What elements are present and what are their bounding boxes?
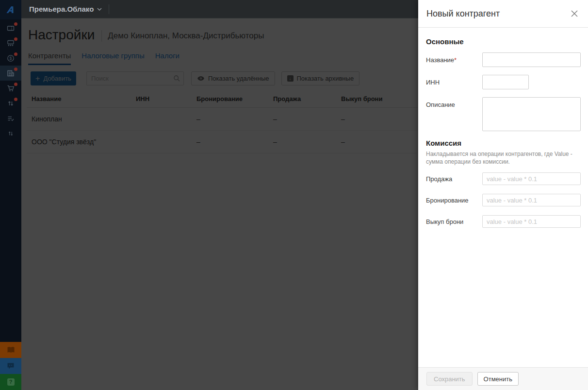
tasks-icon bbox=[6, 114, 15, 123]
close-icon[interactable] bbox=[569, 8, 580, 19]
transfers-icon bbox=[6, 99, 15, 108]
sidebar-item-sync[interactable] bbox=[0, 126, 21, 141]
sidebar-item-finance[interactable]: $ bbox=[0, 51, 21, 66]
book-icon bbox=[7, 346, 15, 354]
booking-commission-field[interactable] bbox=[482, 194, 581, 206]
inn-field[interactable] bbox=[482, 75, 529, 89]
app-logo[interactable]: А bbox=[0, 0, 21, 19]
field-row-inn: ИНН bbox=[426, 75, 581, 89]
field-row-sale-commission: Продажа bbox=[426, 172, 581, 185]
feedback-icon bbox=[7, 362, 15, 370]
notification-badge bbox=[14, 52, 17, 56]
description-field[interactable] bbox=[482, 97, 581, 131]
svg-text:$: $ bbox=[9, 56, 12, 61]
tickets-icon bbox=[6, 24, 15, 33]
sidebar: А $ bbox=[0, 0, 21, 390]
topbar-divider bbox=[109, 4, 109, 14]
required-mark: * bbox=[454, 56, 457, 64]
sale-commission-label: Продажа bbox=[426, 172, 482, 185]
notification-badge bbox=[14, 83, 17, 86]
notification-badge bbox=[14, 37, 17, 41]
buyout-commission-field[interactable] bbox=[482, 215, 581, 228]
kinoplan-logo-icon: А bbox=[6, 4, 15, 16]
name-label: Название* bbox=[426, 52, 482, 67]
description-label: Описание bbox=[426, 97, 482, 131]
drawer-body: Основные Название* ИНН Описание Комиссия… bbox=[418, 28, 588, 367]
field-row-name: Название* bbox=[426, 52, 581, 67]
drawer-title: Новый контрагент bbox=[426, 9, 500, 19]
buyout-commission-label: Выкуп брони bbox=[426, 215, 482, 228]
app-switcher[interactable]: Премьера.Облако bbox=[29, 5, 102, 13]
field-row-description: Описание bbox=[426, 97, 581, 131]
sidebar-nav: $ bbox=[0, 20, 21, 141]
new-counterparty-drawer: Новый контрагент Основные Название* ИНН … bbox=[418, 0, 588, 390]
sidebar-item-tasks[interactable] bbox=[0, 111, 21, 126]
sidebar-item-cinema-hall[interactable] bbox=[0, 35, 21, 51]
cancel-button[interactable]: Отменить bbox=[477, 372, 519, 386]
name-field[interactable] bbox=[482, 52, 581, 67]
field-row-booking-commission: Бронирование bbox=[426, 194, 581, 206]
field-row-buyout-commission: Выкуп брони bbox=[426, 215, 581, 228]
sidebar-item-knowledge-base[interactable] bbox=[0, 342, 21, 358]
organization-icon bbox=[6, 69, 15, 78]
notification-badge bbox=[14, 68, 17, 71]
sync-icon bbox=[7, 130, 15, 137]
help-icon: ? bbox=[7, 378, 15, 386]
cart-icon bbox=[6, 84, 15, 93]
notification-badge bbox=[14, 98, 17, 101]
notification-badge bbox=[14, 22, 17, 26]
cinema-hall-icon bbox=[6, 39, 15, 48]
sidebar-spacer bbox=[0, 141, 21, 342]
sidebar-item-tickets[interactable] bbox=[0, 20, 21, 35]
sidebar-item-help[interactable]: ? bbox=[0, 374, 21, 390]
commission-hint: Накладывается на операции контрагентов, … bbox=[426, 150, 581, 166]
inn-label: ИНН bbox=[426, 75, 482, 89]
sidebar-item-feedback[interactable] bbox=[0, 358, 21, 374]
section-heading-main: Основные bbox=[426, 37, 581, 46]
finance-icon: $ bbox=[6, 54, 15, 63]
save-button[interactable]: Сохранить bbox=[426, 372, 473, 386]
drawer-header: Новый контрагент bbox=[418, 0, 588, 28]
sale-commission-field[interactable] bbox=[482, 172, 581, 185]
drawer-footer: Сохранить Отменить bbox=[418, 367, 588, 390]
sidebar-item-transfers[interactable] bbox=[0, 96, 21, 111]
app-title: Премьера.Облако bbox=[29, 5, 94, 13]
booking-commission-label: Бронирование bbox=[426, 194, 482, 206]
sidebar-item-cart[interactable] bbox=[0, 81, 21, 96]
sidebar-item-organization[interactable] bbox=[0, 66, 21, 81]
chevron-down-icon bbox=[97, 8, 102, 11]
section-heading-commission: Комиссия bbox=[426, 139, 581, 147]
